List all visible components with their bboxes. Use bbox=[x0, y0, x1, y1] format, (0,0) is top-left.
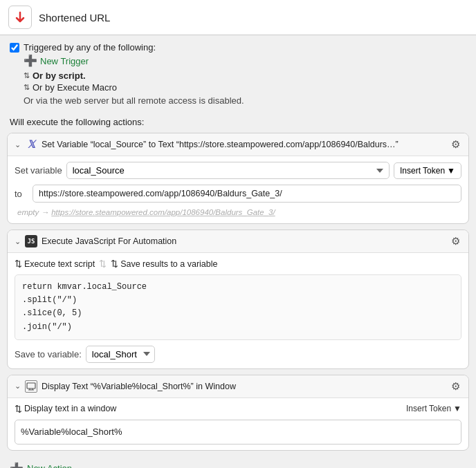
or-by-script-option[interactable]: ⇅ Or by script. bbox=[24, 71, 466, 81]
save-updown-icon: ⇅ bbox=[111, 259, 118, 269]
or-by-script-label: Or by script. bbox=[33, 71, 86, 81]
triggered-checkbox[interactable] bbox=[10, 43, 19, 53]
display-text-title: Display Text “%Variable%local_Short%” in… bbox=[42, 382, 446, 391]
to-label: to bbox=[15, 189, 28, 199]
display-insert-token-caret-icon: ▼ bbox=[453, 404, 461, 413]
insert-token-caret-icon: ▼ bbox=[447, 166, 455, 176]
code-line-4: .join("/") bbox=[22, 321, 454, 334]
save-results-button[interactable]: ⇅ Save results to a variable bbox=[111, 259, 217, 269]
js-sub-row: ⇅ Execute text script ⇅ ⇅ Save results t… bbox=[15, 259, 461, 269]
execute-updown-icon: ⇅ bbox=[15, 259, 22, 269]
insert-token-label: Insert Token bbox=[400, 166, 445, 176]
to-row: to bbox=[15, 185, 461, 203]
set-variable-body: Set variable local_Source Insert Token ▼… bbox=[8, 156, 468, 223]
to-value-input[interactable] bbox=[33, 185, 461, 203]
svg-rect-0 bbox=[27, 383, 35, 389]
code-line-1: return kmvar.local_Source bbox=[22, 281, 454, 294]
js-divider: ⇅ bbox=[99, 259, 107, 269]
display-insert-token-label: Insert Token bbox=[406, 404, 451, 413]
display-text-chevron[interactable]: ⌄ bbox=[15, 382, 21, 391]
execute-js-card: ⌄ JS Execute JavaScript For Automation ⚙… bbox=[7, 230, 469, 369]
execute-text-script-button[interactable]: ⇅ Execute text script bbox=[15, 259, 95, 269]
execute-js-gear-button[interactable]: ⚙ bbox=[450, 235, 461, 247]
display-text-gear-button[interactable]: ⚙ bbox=[450, 380, 461, 393]
web-server-note: Or via the web server but all remote acc… bbox=[24, 95, 466, 106]
execute-text-script-label: Execute text script bbox=[24, 259, 95, 269]
code-line-2: .split("/") bbox=[22, 294, 454, 307]
or-by-execute-macro-label: Or by Execute Macro bbox=[33, 82, 117, 93]
set-variable-card-header: ⌄ 𝕏 Set Variable “local_Source” to Text … bbox=[8, 133, 468, 156]
save-results-label: Save results to a variable bbox=[120, 259, 217, 269]
display-text-in-window-label: ⇅ Display text in a window bbox=[15, 404, 116, 414]
empty-note: empty → https://store.steampowered.com/a… bbox=[15, 207, 461, 218]
set-variable-gear-button[interactable]: ⚙ bbox=[450, 138, 461, 151]
trigger-section: Triggered by any of the following: ➕ New… bbox=[0, 35, 476, 114]
display-text-card: ⌄ Display Text “%Variable%local_Short%” … bbox=[7, 375, 469, 451]
save-to-label: Save to variable: bbox=[15, 349, 82, 359]
set-variable-card: ⌄ 𝕏 Set Variable “local_Source” to Text … bbox=[7, 133, 469, 224]
new-trigger-button[interactable]: ➕ New Trigger bbox=[24, 55, 89, 66]
save-variable-select[interactable]: local_Short bbox=[86, 346, 155, 363]
new-action-label: New Action bbox=[27, 463, 72, 468]
macro-icon bbox=[8, 6, 32, 29]
x-symbol-icon: 𝕏 bbox=[27, 138, 35, 151]
display-text-card-header: ⌄ Display Text “%Variable%local_Short%” … bbox=[8, 375, 468, 398]
triggered-by-label: Triggered by any of the following: bbox=[24, 42, 156, 53]
save-var-row: Save to variable: local_Short bbox=[15, 346, 461, 363]
execute-js-body: ⇅ Execute text script ⇅ ⇅ Save results t… bbox=[8, 253, 468, 368]
header bbox=[0, 0, 476, 35]
triggered-by-row: Triggered by any of the following: bbox=[10, 42, 466, 53]
new-action-button[interactable]: ➕ New Action bbox=[0, 456, 82, 468]
display-text-in-window-text: Display text in a window bbox=[24, 404, 116, 413]
will-execute-label: Will execute the following actions: bbox=[0, 114, 476, 133]
execute-js-chevron[interactable]: ⌄ bbox=[15, 237, 21, 246]
display-text-input[interactable] bbox=[15, 420, 461, 444]
new-trigger-label: New Trigger bbox=[40, 56, 89, 66]
execute-js-title: Execute JavaScript For Automation bbox=[42, 236, 446, 246]
set-variable-select[interactable]: local_Source bbox=[66, 162, 390, 179]
set-variable-icon: 𝕏 bbox=[25, 138, 37, 151]
execute-macro-updown-icon: ⇅ bbox=[24, 83, 30, 92]
set-variable-label: Set variable bbox=[15, 165, 62, 176]
script-updown-icon: ⇅ bbox=[24, 71, 30, 80]
empty-label: empty bbox=[17, 208, 39, 216]
set-variable-chevron[interactable]: ⌄ bbox=[15, 140, 21, 149]
display-text-body: ⇅ Display text in a window Insert Token … bbox=[8, 398, 468, 450]
js-icon: JS bbox=[25, 235, 37, 247]
new-action-plus-icon: ➕ bbox=[10, 463, 24, 468]
app-container: Triggered by any of the following: ➕ New… bbox=[0, 0, 476, 468]
empty-arrow-icon: → bbox=[42, 208, 52, 216]
or-by-execute-macro-option[interactable]: ⇅ Or by Execute Macro bbox=[24, 82, 466, 93]
display-updown-icon: ⇅ bbox=[15, 404, 22, 414]
execute-js-card-header: ⌄ JS Execute JavaScript For Automation ⚙ bbox=[8, 230, 468, 253]
display-insert-token-button[interactable]: Insert Token ▼ bbox=[406, 404, 461, 413]
macro-title-input[interactable] bbox=[39, 12, 468, 24]
set-var-row: Set variable local_Source Insert Token ▼ bbox=[15, 162, 461, 179]
set-variable-insert-token-button[interactable]: Insert Token ▼ bbox=[394, 162, 461, 179]
empty-url: https://store.steampowered.com/app/10869… bbox=[51, 208, 275, 216]
display-sub-row: ⇅ Display text in a window Insert Token … bbox=[15, 404, 461, 414]
display-window-icon bbox=[25, 380, 37, 393]
code-block: return kmvar.local_Source .split("/") .s… bbox=[15, 274, 461, 340]
code-line-3: .slice(0, 5) bbox=[22, 307, 454, 320]
new-trigger-plus-icon: ➕ bbox=[24, 55, 37, 66]
set-variable-title: Set Variable “local_Source” to Text “htt… bbox=[42, 140, 446, 149]
